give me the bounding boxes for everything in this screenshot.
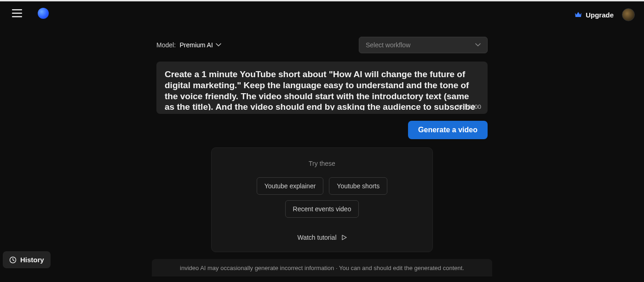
upgrade-label: Upgrade (586, 11, 614, 19)
main-content: Model: Premium AI Select workflow Create… (156, 37, 488, 252)
workflow-placeholder: Select workflow (366, 41, 410, 49)
suggestion-chip[interactable]: Youtube explainer (257, 177, 324, 195)
watch-tutorial-link[interactable]: Watch tutorial (297, 234, 346, 241)
model-selector[interactable]: Premium AI (179, 41, 221, 49)
generate-button[interactable]: Generate a video (408, 121, 488, 139)
svg-rect-1 (12, 13, 22, 14)
app-header: Upgrade (0, 1, 644, 25)
char-count: 312/3600 (456, 103, 481, 110)
suggestion-chip[interactable]: Recent events video (285, 200, 359, 218)
hamburger-icon (12, 9, 22, 17)
disclaimer-text: invideo AI may occasionally generate inc… (180, 265, 464, 271)
history-label: History (20, 256, 44, 264)
play-icon (341, 235, 347, 240)
upgrade-button[interactable]: Upgrade (575, 11, 614, 19)
try-these-title: Try these (221, 160, 423, 167)
menu-button[interactable] (9, 6, 25, 21)
prompt-input[interactable]: Create a 1 minute YouTube short about "H… (165, 69, 479, 110)
chevron-down-icon (216, 43, 221, 47)
generate-row: Generate a video (156, 121, 488, 139)
crown-icon (575, 11, 582, 18)
prompt-input-container: Create a 1 minute YouTube short about "H… (156, 62, 488, 114)
suggestion-chip-row: Youtube explainer Youtube shorts Recent … (221, 177, 423, 218)
suggestion-chip[interactable]: Youtube shorts (329, 177, 387, 195)
svg-rect-2 (12, 16, 22, 17)
svg-rect-0 (12, 9, 22, 11)
try-these-panel: Try these Youtube explainer Youtube shor… (211, 147, 433, 252)
history-button[interactable]: History (3, 251, 51, 268)
header-actions: Upgrade (575, 3, 635, 27)
globe-icon (38, 8, 49, 19)
model-selector-group: Model: Premium AI (156, 41, 221, 49)
avatar[interactable] (622, 8, 635, 21)
disclaimer-bar: invideo AI may occasionally generate inc… (152, 259, 492, 276)
workflow-select[interactable]: Select workflow (359, 37, 488, 53)
clock-icon (9, 256, 17, 264)
config-row: Model: Premium AI Select workflow (156, 37, 488, 53)
app-logo[interactable] (37, 7, 50, 20)
watch-tutorial-label: Watch tutorial (297, 234, 336, 241)
model-name-text: Premium AI (179, 41, 213, 49)
chevron-down-icon (475, 43, 481, 47)
model-label: Model: (156, 41, 176, 49)
